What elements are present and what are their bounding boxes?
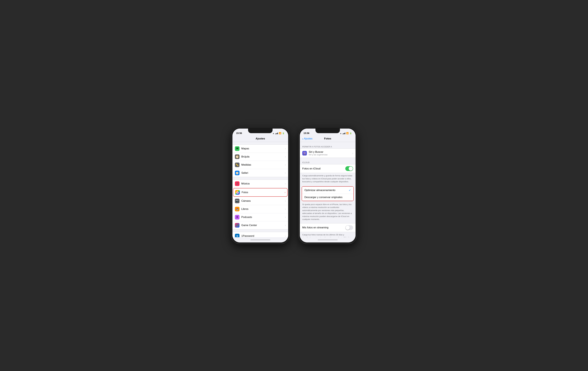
streaming-list: Mis fotos en streaming bbox=[300, 223, 356, 232]
chevron-safari: › bbox=[285, 172, 286, 174]
label-libros: Libros bbox=[241, 207, 285, 211]
list-item-1password[interactable]: ① 1Password › bbox=[232, 232, 288, 237]
optimize-row[interactable]: Optimizar almacenamiento ✓ bbox=[302, 187, 353, 194]
nav-title-left: Ajustes bbox=[256, 137, 265, 140]
optimize-checkmark: ✓ bbox=[349, 189, 351, 192]
fotos-icloud-desc: Carga automáticamente y guarda de forma … bbox=[300, 173, 356, 186]
status-time-right: 15:56 bbox=[304, 132, 309, 134]
download-label: Descargar y conservar originales bbox=[304, 196, 351, 199]
notch-left bbox=[248, 129, 273, 133]
fotos-icloud-row[interactable]: Fotos en iCloud bbox=[300, 164, 356, 173]
home-bar-right bbox=[300, 237, 356, 242]
chevron-musica: › bbox=[285, 182, 286, 185]
label-podcasts: Podcasts bbox=[241, 216, 285, 219]
location-icon-right: ▲ bbox=[340, 132, 342, 134]
siri-section-list: 🔮 Siri y Buscar Siri y las sugerencias › bbox=[300, 148, 356, 158]
status-icons-right: ▲ 📶 🔋 bbox=[340, 132, 352, 134]
list-item-medidas[interactable]: 📏 Medidas › bbox=[232, 161, 288, 169]
streaming-label: Mis fotos en streaming bbox=[302, 226, 345, 229]
battery-icon-right: 🔋 bbox=[350, 132, 352, 134]
list-item-camara[interactable]: 📷 Cámara › bbox=[232, 197, 288, 205]
signal-bars-left bbox=[275, 132, 278, 134]
list-item-brujula[interactable]: 🧭 Brújula › bbox=[232, 153, 288, 161]
streaming-desc: Carga tus fotos nuevas de los últimos 30… bbox=[300, 232, 356, 237]
list-item-musica[interactable]: 🎵 Música › bbox=[232, 180, 288, 188]
storage-list: Optimizar almacenamiento ✓ Descargar y c… bbox=[302, 186, 353, 201]
label-fotos: Fotos bbox=[242, 191, 285, 194]
icon-camara: 📷 bbox=[235, 199, 240, 203]
settings-section-1: 🗺 Mapas › 🧭 Brújula › 📏 M bbox=[232, 144, 288, 177]
icloud-list: Fotos en iCloud bbox=[300, 164, 356, 173]
list-item-mapas[interactable]: 🗺 Mapas › bbox=[232, 145, 288, 153]
notch-right bbox=[315, 129, 340, 133]
location-icon-left: ▲ bbox=[273, 132, 274, 134]
icon-safari: 🧭 bbox=[235, 171, 240, 175]
nav-bar-right: ‹ Ajustes Fotos bbox=[300, 135, 356, 142]
label-mapas: Mapas bbox=[241, 147, 285, 150]
list-item-safari[interactable]: 🧭 Safari › bbox=[232, 169, 288, 177]
section-icloud-label: ICLOUD bbox=[300, 160, 356, 164]
chevron-libros: › bbox=[285, 208, 286, 210]
icon-brujula: 🧭 bbox=[235, 155, 240, 159]
content-right[interactable]: PERMITIR A FOTOS ACCEDER A 🔮 Siri y Busc… bbox=[300, 142, 356, 237]
icon-fotos: 🌸 bbox=[235, 190, 240, 195]
phone-left: 15:56 ▲ 📶 🔋 Ajus bbox=[231, 127, 289, 244]
phone-right-screen: 15:56 ▲ 📶 🔋 bbox=[300, 129, 356, 242]
siri-icon: 🔮 bbox=[302, 151, 307, 155]
siri-chevron: › bbox=[352, 152, 353, 155]
list-item-fotos[interactable]: 🌸 Fotos › bbox=[233, 188, 288, 197]
icon-gamecenter: 🎮 bbox=[235, 223, 240, 227]
label-1password: 1Password bbox=[241, 235, 285, 237]
optimize-label: Optimizar almacenamiento bbox=[304, 189, 349, 192]
settings-list-3: ① 1Password › 2048 2048 › H bbox=[232, 232, 288, 237]
nav-bar-left: Ajustes bbox=[232, 135, 288, 142]
home-indicator-left bbox=[250, 239, 270, 240]
streaming-toggle[interactable] bbox=[345, 225, 353, 230]
chevron-fotos: › bbox=[285, 191, 285, 194]
siri-label: Siri y Buscar bbox=[309, 150, 352, 154]
back-button[interactable]: ‹ Ajustes bbox=[302, 137, 312, 140]
settings-section-3: ① 1Password › 2048 2048 › H bbox=[232, 232, 288, 237]
label-gamecenter: Game Center bbox=[241, 224, 285, 227]
nav-title-right: Fotos bbox=[324, 137, 331, 140]
storage-highlight-box: Optimizar almacenamiento ✓ Descargar y c… bbox=[302, 186, 354, 201]
siri-row[interactable]: 🔮 Siri y Buscar Siri y las sugerencias › bbox=[300, 149, 356, 158]
back-chevron-icon: ‹ bbox=[302, 137, 303, 140]
streaming-section: Mis fotos en streaming Carga tus fotos n… bbox=[300, 223, 356, 237]
storage-desc: Si queda poco espacio libre en el iPhone… bbox=[300, 202, 356, 223]
streaming-row[interactable]: Mis fotos en streaming bbox=[300, 224, 356, 232]
section-permit: PERMITIR A FOTOS ACCEDER A 🔮 Siri y Busc… bbox=[300, 144, 356, 158]
chevron-camara: › bbox=[285, 200, 286, 202]
home-indicator-right bbox=[318, 239, 338, 240]
fotos-icloud-toggle[interactable] bbox=[345, 166, 353, 171]
phones-container: 15:56 ▲ 📶 🔋 Ajus bbox=[231, 127, 357, 244]
back-label: Ajustes bbox=[304, 137, 313, 140]
fotos-icloud-label: Fotos en iCloud bbox=[302, 167, 345, 170]
download-row[interactable]: Descargar y conservar originales bbox=[302, 194, 353, 201]
list-item-gamecenter[interactable]: 🎮 Game Center › bbox=[232, 221, 288, 229]
streaming-toggle-knob bbox=[346, 226, 350, 230]
chevron-brujula: › bbox=[285, 155, 286, 158]
section-permit-label: PERMITIR A FOTOS ACCEDER A bbox=[300, 144, 356, 148]
signal-bars-right bbox=[343, 132, 345, 134]
battery-icon-left: 🔋 bbox=[282, 132, 284, 134]
content-left[interactable]: 🗺 Mapas › 🧭 Brújula › 📏 M bbox=[232, 142, 288, 237]
siri-sublabel: Siri y las sugerencias bbox=[309, 154, 352, 156]
wifi-icon-right: 📶 bbox=[346, 132, 349, 134]
settings-list-1: 🗺 Mapas › 🧭 Brújula › 📏 M bbox=[232, 144, 288, 177]
storage-section: Optimizar almacenamiento ✓ Descargar y c… bbox=[300, 186, 356, 223]
list-item-podcasts[interactable]: 🎙 Podcasts › bbox=[232, 213, 288, 221]
label-camara: Cámara bbox=[241, 199, 285, 203]
chevron-1password: › bbox=[285, 235, 286, 237]
chevron-medidas: › bbox=[285, 164, 286, 166]
settings-section-2: 🎵 Música › 🌸 Fotos › 📷 bbox=[232, 180, 288, 229]
icon-podcasts: 🎙 bbox=[235, 215, 240, 219]
phone-left-screen: 15:56 ▲ 📶 🔋 Ajus bbox=[232, 129, 288, 242]
icon-medidas: 📏 bbox=[235, 163, 240, 167]
icon-mapas: 🗺 bbox=[235, 146, 240, 151]
list-item-libros[interactable]: 📚 Libros › bbox=[232, 205, 288, 213]
status-time-left: 15:56 bbox=[236, 132, 242, 134]
phone-right: 15:56 ▲ 📶 🔋 bbox=[299, 127, 357, 244]
wifi-icon-left: 📶 bbox=[279, 132, 281, 134]
settings-list-2: 🎵 Música › 🌸 Fotos › 📷 bbox=[232, 180, 288, 229]
